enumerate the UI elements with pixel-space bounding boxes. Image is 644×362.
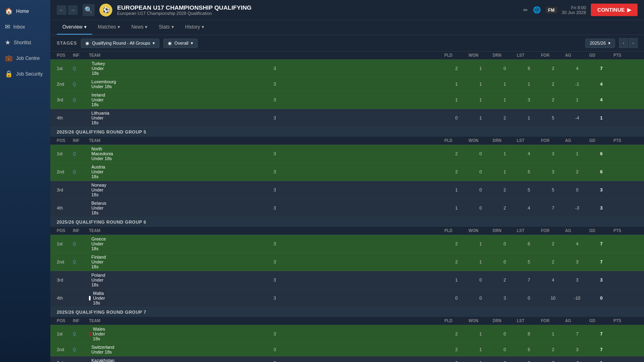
lst-cell: 2 <box>493 115 517 120</box>
tab-news[interactable]: News ▾ <box>126 20 153 35</box>
drn-cell: 0 <box>469 169 493 174</box>
for-cell: 7 <box>517 278 541 282</box>
table-row[interactable]: 1stQNorth Macedonia Under 18s32014316 <box>50 145 644 163</box>
gd-cell: -5 <box>565 360 589 362</box>
pld-cell: 3 <box>105 347 444 352</box>
pts-cell: 7 <box>589 347 613 352</box>
ag-cell: 7 <box>541 360 565 362</box>
table-row[interactable]: 4thLithuania Under 18s301215-41 <box>50 109 644 127</box>
edit-icon[interactable]: ✏ <box>523 7 528 13</box>
competition-icon: ⚽ <box>99 4 112 16</box>
table-row[interactable]: 1stQWales Under 18s32108177 <box>50 325 644 343</box>
table-row[interactable]: 3rdQIreland Under 18s31113214 <box>50 91 644 109</box>
team-cell: Ireland Under 18s <box>89 93 105 107</box>
gd-cell: -4 <box>565 115 589 120</box>
lst-cell: 2 <box>493 278 517 282</box>
ag-cell: 2 <box>541 259 565 264</box>
team-name: Poland Under 18s <box>91 273 105 287</box>
lst-cell: 1 <box>493 97 517 102</box>
tab-matches[interactable]: Matches ▾ <box>92 20 126 35</box>
sidebar-item-job-centre[interactable]: 💼 Job Centre <box>0 50 50 66</box>
col-header: PTS <box>613 138 638 143</box>
stages-label: STAGES <box>57 41 77 45</box>
table-row[interactable]: 2ndQLuxembourg Under 18s311112-14 <box>50 78 644 91</box>
team-cell: Austria Under 18s <box>89 165 105 179</box>
year-prev-button[interactable]: ‹ <box>619 38 628 48</box>
stage-chevron-icon: ▾ <box>153 41 155 46</box>
table-row[interactable]: 2ndQAustria Under 18s32015326 <box>50 163 644 181</box>
nav-arrows: ← → <box>57 5 78 15</box>
col-header: WON <box>469 138 493 143</box>
pts-cell: 0 <box>589 296 613 300</box>
team-cell: Malta Under 18s <box>89 291 105 305</box>
tab-history-label: History <box>185 24 200 30</box>
flag-icon <box>89 332 91 336</box>
stage-selector[interactable]: ◉ Qualifying Round - All Groups ▾ <box>81 39 159 48</box>
team-cell: Lithuania Under 18s <box>89 111 105 125</box>
table-row[interactable]: 4thBelarus Under 18s310247-33 <box>50 199 644 217</box>
sidebar-item-job-security[interactable]: 🔒 Job Security <box>0 66 50 82</box>
table-row[interactable]: 3rdKazakhstan Under 18s301227-51 <box>50 356 644 362</box>
ag-cell: 3 <box>541 151 565 156</box>
table-row[interactable]: 2ndQSwitzerland Under 18s32105237 <box>50 343 644 356</box>
search-icon: 🔍 <box>85 6 93 14</box>
col-header: TEAM <box>89 53 105 58</box>
sidebar-item-shortlist[interactable]: ★ Shortlist <box>0 35 50 50</box>
year-selector[interactable]: 2025/26 ▾ <box>585 39 615 48</box>
pts-cell: 1 <box>589 360 613 362</box>
pts-cell: 3 <box>589 206 613 210</box>
table-row[interactable]: 3rdPoland Under 18s31027433 <box>50 271 644 289</box>
tab-history[interactable]: History ▾ <box>180 20 210 35</box>
col-header: AG <box>565 228 589 233</box>
sidebar-item-inbox[interactable]: ✉ Inbox <box>0 19 50 35</box>
table-row[interactable]: 4thMalta Under 18s3003010-100 <box>50 289 644 307</box>
table-row[interactable]: 1stQTurkey Under 18s32106247 <box>50 60 644 78</box>
drn-cell: 0 <box>469 278 493 282</box>
year-next-button[interactable]: › <box>629 38 638 48</box>
pts-cell: 4 <box>589 97 613 102</box>
for-cell: 6 <box>517 241 541 246</box>
won-cell: 2 <box>444 169 469 174</box>
table-row[interactable]: 3rdNorway Under 18s31025503 <box>50 181 644 199</box>
home-icon: 🏠 <box>5 7 13 15</box>
tab-stats-label: Stats <box>159 24 169 30</box>
won-cell: 1 <box>444 82 469 86</box>
continue-arrow-icon: ▶ <box>627 7 631 13</box>
col-header: PLD <box>444 53 469 58</box>
col-header: LST <box>517 319 541 323</box>
continue-button[interactable]: CONTINUE ▶ <box>591 4 638 16</box>
tab-stats[interactable]: Stats ▾ <box>153 20 179 35</box>
inf-cell: Q <box>73 332 89 336</box>
sidebar-item-home[interactable]: 🏠 Home <box>0 3 50 19</box>
ag-cell: 7 <box>541 206 565 210</box>
tab-matches-chevron: ▾ <box>118 24 120 30</box>
year-label: 2025/26 <box>590 41 606 45</box>
forward-button[interactable]: → <box>68 5 78 15</box>
pld-cell: 3 <box>105 115 444 120</box>
pos-cell: 4th <box>57 115 73 120</box>
sidebar-label-job-security: Job Security <box>16 71 43 77</box>
sidebar-label-inbox: Inbox <box>13 24 25 30</box>
table-row[interactable]: 1stQGreece Under 18s32106247 <box>50 235 644 253</box>
gd-cell: 3 <box>565 259 589 264</box>
col-header <box>105 319 444 323</box>
filter-selector[interactable]: ◉ Overall ▾ <box>163 39 198 48</box>
table-row[interactable]: 2ndQFinland Under 18s32105237 <box>50 253 644 271</box>
tab-overview[interactable]: Overview ▾ <box>57 20 92 35</box>
drn-cell: 0 <box>469 206 493 210</box>
search-button[interactable]: 🔍 <box>83 4 95 16</box>
topbar: ← → 🔍 ⚽ EUROPEAN U17 CHAMPIONSHIP QUALIF… <box>50 0 644 20</box>
col-header: WON <box>469 53 493 58</box>
gd-cell: 0 <box>565 187 589 192</box>
team-cell: Kazakhstan Under 18s <box>89 358 105 362</box>
pos-cell: 2nd <box>57 169 73 174</box>
col-header: GD <box>589 53 613 58</box>
ag-cell: 2 <box>541 347 565 352</box>
back-button[interactable]: ← <box>57 5 66 15</box>
lock-icon: 🔒 <box>5 70 13 78</box>
globe-icon[interactable]: 🌐 <box>533 6 541 14</box>
flag-icon <box>89 66 89 71</box>
stage-selected-label: Qualifying Round - All Groups <box>92 41 150 45</box>
gd-cell: 1 <box>565 151 589 156</box>
col-header: PTS <box>613 53 638 58</box>
